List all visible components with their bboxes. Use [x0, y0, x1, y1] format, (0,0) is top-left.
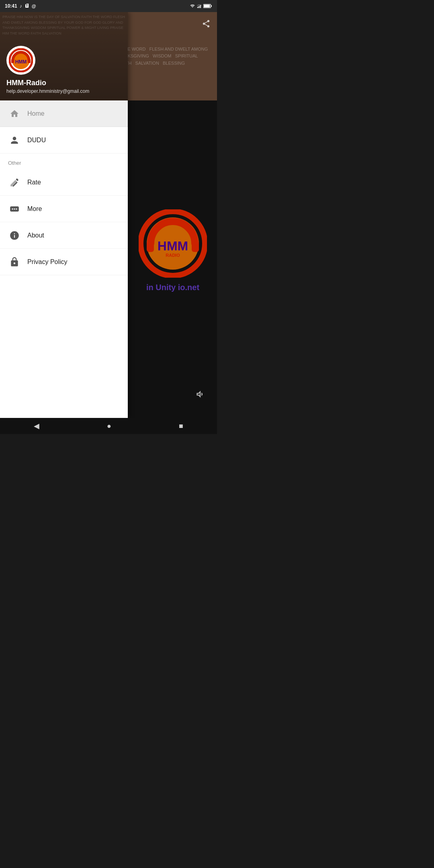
home-icon [8, 107, 21, 120]
svg-point-21 [16, 208, 17, 209]
other-section-header: Other [0, 154, 128, 169]
signal-icon [197, 4, 202, 8]
app-email: help.developer.hmministry@gmail.com [6, 88, 121, 94]
svg-rect-12 [204, 5, 210, 8]
unity-text: in Unity io.net [146, 282, 199, 293]
navigation-drawer: PRAISE HIM NOW IS THE DAY OF SALVATION F… [0, 12, 128, 418]
svg-rect-7 [199, 6, 199, 8]
privacy-label: Privacy Policy [27, 258, 68, 266]
svg-text:HMM: HMM [15, 59, 27, 65]
wifi-icon [190, 4, 195, 8]
status-left: 10:41 ♪ @ [5, 3, 36, 9]
nav-item-home[interactable]: Home [0, 100, 128, 127]
lock-icon [8, 256, 21, 268]
more-icon [8, 203, 21, 215]
recents-button[interactable]: ■ [171, 420, 191, 433]
svg-rect-11 [211, 5, 212, 6]
back-button[interactable]: ◀ [26, 419, 47, 433]
person-icon [8, 134, 21, 147]
battery-icon [203, 4, 212, 8]
nav-item-about[interactable]: About [0, 222, 128, 249]
rate-label: Rate [27, 179, 41, 186]
home-label: Home [27, 110, 45, 117]
svg-text:RADIO: RADIO [166, 253, 180, 258]
svg-point-20 [14, 208, 15, 209]
nav-item-rate[interactable]: Rate [0, 169, 128, 196]
background-logo-area: HMM RADIO in Unity io.net [129, 100, 217, 402]
svg-rect-16 [28, 59, 31, 63]
sim-icon [25, 3, 29, 9]
status-right [190, 4, 212, 8]
app-logo: HMM [6, 46, 35, 75]
svg-text:HMM: HMM [158, 239, 188, 253]
svg-rect-9 [201, 5, 201, 8]
svg-point-19 [12, 208, 13, 209]
nav-section: Home DUDU Other Rate [0, 100, 128, 418]
nav-item-privacy[interactable]: Privacy Policy [0, 249, 128, 275]
volume-button[interactable] [194, 389, 205, 402]
status-bar: 10:41 ♪ @ [0, 0, 217, 12]
home-button[interactable]: ● [99, 420, 119, 433]
svg-rect-2 [147, 241, 154, 252]
app-name: HMM-Radio [6, 79, 121, 87]
rate-icon [8, 176, 21, 189]
music-icon: ♪ [20, 3, 22, 9]
dudu-label: DUDU [27, 137, 46, 144]
more-label: More [27, 205, 42, 213]
about-label: About [27, 232, 44, 239]
status-time: 10:41 [5, 3, 17, 9]
svg-rect-15 [11, 59, 14, 63]
hmm-logo-background: HMM RADIO [139, 209, 207, 278]
hmm-logo-small: HMM [9, 48, 33, 72]
svg-rect-3 [192, 241, 199, 252]
nav-item-dudu[interactable]: DUDU [0, 127, 128, 154]
bottom-nav-bar: ◀ ● ■ [0, 418, 217, 434]
drawer-header: PRAISE HIM NOW IS THE DAY OF SALVATION F… [0, 12, 128, 100]
info-icon [8, 229, 21, 242]
at-icon: @ [32, 4, 36, 8]
nav-item-more[interactable]: More [0, 196, 128, 222]
svg-rect-8 [199, 6, 200, 8]
svg-rect-6 [197, 7, 198, 8]
share-button[interactable] [202, 19, 211, 30]
